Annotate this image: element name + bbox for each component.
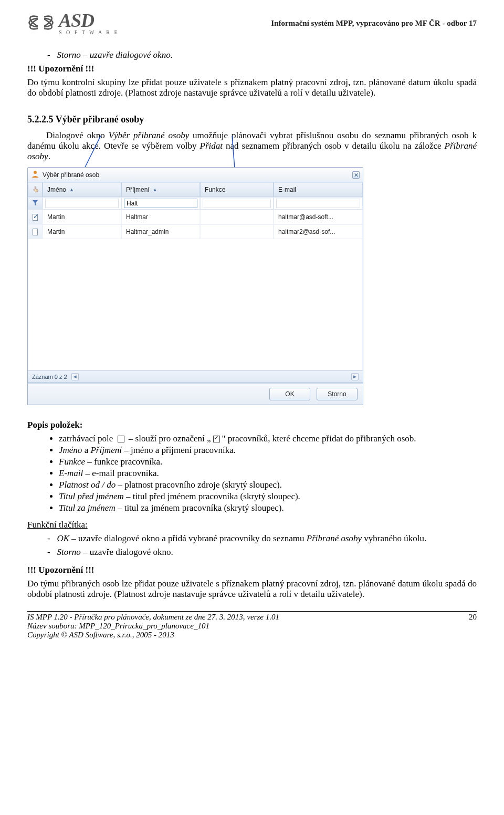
f1-a: – uzavře dialogové okno a přidá vybrané … xyxy=(69,533,307,543)
scroll-right-icon[interactable]: ► xyxy=(351,373,359,380)
warning2-label: !!! Upozornění !!! xyxy=(27,565,477,575)
f1-i2: Přibrané osoby xyxy=(307,533,362,543)
b7-i: Titul za jménem xyxy=(59,503,116,513)
page-number: 20 xyxy=(469,613,477,639)
b6-i: Titul před jménem xyxy=(59,491,124,501)
b1-a: zatrhávací pole xyxy=(59,434,116,443)
b2-a: a xyxy=(82,445,90,455)
filter-jmeno-input[interactable] xyxy=(45,199,119,208)
col-checkbox-header[interactable] xyxy=(28,182,43,197)
b4-b: – e-mail pracovníka. xyxy=(83,468,159,478)
list-item: Titul za jménem – titul za jménem pracov… xyxy=(59,503,477,513)
warning-text: Do týmu kontrolní skupiny lze přidat pou… xyxy=(27,77,477,98)
storno-desc: - Storno – uzavře dialogové okno. xyxy=(27,50,477,60)
dialog-figure: Výběr přibrané osob ✕ Jméno▲ Příjmení▲ F… xyxy=(27,167,477,405)
b3-b: – funkce pracovníka. xyxy=(85,457,162,467)
close-button[interactable]: ✕ xyxy=(352,171,360,179)
footer-separator xyxy=(27,611,477,612)
dialog-button-row: OK Storno xyxy=(27,383,363,405)
funk-heading: Funkční tlačítka: xyxy=(27,520,477,530)
sp-i2: Přidat xyxy=(200,141,223,151)
cell-funkce xyxy=(200,210,274,224)
cell-jmeno: Martin xyxy=(43,210,121,224)
list-item: Titul před jménem – titul před jménem pr… xyxy=(59,491,477,502)
table-row[interactable]: Martin Haltmar_admin haltmar2@asd-sof... xyxy=(28,224,363,239)
popis-list: zatrhávací pole – slouží pro označení „"… xyxy=(27,434,477,513)
logo-subtitle: S O F T W A R E xyxy=(59,29,119,35)
col-email[interactable]: E-mail xyxy=(274,182,363,197)
b2-i2: Příjmení xyxy=(90,445,122,455)
section-paragraph: Dialogové okno Výběr přibrané osoby umož… xyxy=(27,130,477,162)
row-checkbox[interactable] xyxy=(33,229,38,235)
pointer-icon xyxy=(33,186,40,193)
b2-i: Jméno xyxy=(59,445,82,455)
dialog-titlebar: Výběr přibrané osob ✕ xyxy=(27,167,363,182)
warning-label: !!! Upozornění !!! xyxy=(27,64,477,74)
f1-i: OK xyxy=(57,533,69,543)
filter-icon-cell[interactable] xyxy=(28,197,43,210)
cell-jmeno: Martin xyxy=(43,224,121,239)
list-item: Platnost od / do – platnost pracovního z… xyxy=(59,480,477,490)
col-jmeno[interactable]: Jméno▲ xyxy=(43,182,121,197)
f2-b: – uzavře dialogové okno. xyxy=(81,547,173,557)
section-heading: 5.2.2.5 Výběr přibrané osoby xyxy=(27,114,477,125)
storno-text: Storno – uzavře dialogové okno. xyxy=(57,50,173,60)
list-item: Funkce – funkce pracovníka. xyxy=(59,457,477,467)
funk-line: - OK – uzavře dialogové okno a přidá vyb… xyxy=(27,533,477,544)
row-checkbox[interactable] xyxy=(33,214,38,221)
footer-line2: Název souboru: MPP_120_Prirucka_pro_plan… xyxy=(27,622,279,631)
cell-email: haltmar2@asd-sof... xyxy=(274,224,363,239)
list-item: zatrhávací pole – slouží pro označení „"… xyxy=(59,434,477,444)
b4-i: E-mail xyxy=(59,468,83,478)
grid: Jméno▲ Příjmení▲ Funkce E-mail xyxy=(27,182,363,383)
grid-footer: Záznam 0 z 2 ◄ ► xyxy=(28,370,363,383)
dialog-window: Výběr přibrané osob ✕ Jméno▲ Příjmení▲ F… xyxy=(27,167,363,405)
ok-button[interactable]: OK xyxy=(269,388,310,400)
grid-empty-area xyxy=(28,239,363,370)
doc-header-right: Informační systém MPP, vypracováno pro M… xyxy=(271,9,477,28)
grid-header: Jméno▲ Příjmení▲ Funkce E-mail xyxy=(28,182,363,197)
sp-t1: Dialogové okno xyxy=(46,130,109,140)
footer-line1: IS MPP 1.20 - Příručka pro plánovače, do… xyxy=(27,613,279,622)
col-funkce-label: Funkce xyxy=(205,186,225,193)
page-header: ASD S O F T W A R E Informační systém MP… xyxy=(27,9,477,35)
cell-email: haltmar@asd-soft... xyxy=(274,210,363,224)
b5-b: – platnost pracovního zdroje (skrytý slo… xyxy=(116,480,282,490)
b3-i: Funkce xyxy=(59,457,85,467)
b1-c: " pracovníků, které chceme přidat do při… xyxy=(222,434,416,443)
checkbox-empty-icon xyxy=(118,436,124,442)
sort-asc-icon: ▲ xyxy=(69,187,74,192)
cell-prijmeni: Haltmar_admin xyxy=(121,224,200,239)
b2-b: – jméno a příjmení pracovníka. xyxy=(122,445,236,455)
b6-b: – titul před jménem pracovníka (skrytý s… xyxy=(124,491,300,501)
col-prijmeni[interactable]: Příjmení▲ xyxy=(121,182,200,197)
popis-heading: Popis položek: xyxy=(27,420,477,430)
funnel-icon xyxy=(32,200,38,208)
sp-t3: nad seznamem přibraných osob v detailu ú… xyxy=(223,141,445,151)
footer-line3: Copyright © ASD Software, s.r.o., 2005 -… xyxy=(27,631,279,639)
filter-prijmeni-input[interactable] xyxy=(124,199,197,208)
sp-t4: . xyxy=(48,151,50,161)
warning2-text: Do týmu přibraných osob lze přidat pouze… xyxy=(27,579,477,600)
cell-prijmeni: Haltmar xyxy=(121,210,200,224)
storno-button[interactable]: Storno xyxy=(317,388,358,400)
logo-icon xyxy=(27,12,55,34)
table-row[interactable]: Martin Haltmar haltmar@asd-soft... xyxy=(28,210,363,224)
checkbox-checked-icon xyxy=(213,436,220,442)
dialog-title: Výběr přibrané osob xyxy=(43,171,99,179)
filter-email-input[interactable] xyxy=(276,199,360,208)
sp-i1: Výběr přibrané osoby xyxy=(109,130,190,140)
logo: ASD S O F T W A R E xyxy=(27,9,119,35)
filter-funkce-input[interactable] xyxy=(203,199,271,208)
svg-rect-3 xyxy=(38,14,44,30)
grid-filter-row xyxy=(28,197,363,210)
b5-i: Platnost od / do xyxy=(59,480,116,490)
col-funkce[interactable]: Funkce xyxy=(200,182,274,197)
record-status: Záznam 0 z 2 xyxy=(32,374,67,380)
f2-i: Storno xyxy=(57,547,80,557)
col-jmeno-label: Jméno xyxy=(47,186,66,193)
scroll-left-icon[interactable]: ◄ xyxy=(71,373,79,380)
list-item: Jméno a Příjmení – jméno a příjmení prac… xyxy=(59,445,477,456)
person-icon xyxy=(31,170,39,180)
b7-b: – titul za jménem pracovníka (skrytý slo… xyxy=(116,503,284,513)
